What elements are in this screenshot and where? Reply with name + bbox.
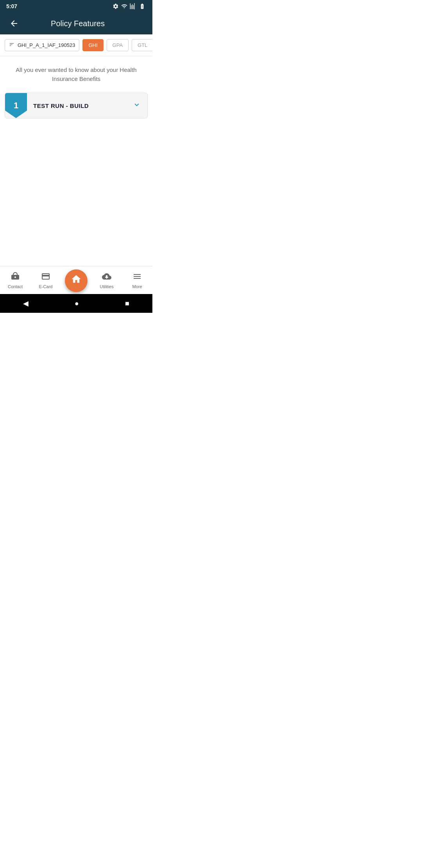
bottom-nav: Contact E-Card Utilities	[0, 266, 152, 294]
utilities-label: Utilities	[100, 284, 113, 289]
content-area: GHI_P_A_1_IAF_190523 GHI GPA GTL All you…	[0, 34, 152, 266]
android-nav-bar: ◀ ● ■	[0, 294, 152, 313]
filter-bar: GHI_P_A_1_IAF_190523 GHI GPA GTL	[0, 34, 152, 56]
android-home-button[interactable]: ●	[65, 296, 88, 311]
accordion-item-1[interactable]: 1 TEST RUN - BUILD	[5, 93, 148, 118]
filter-input-container[interactable]: GHI_P_A_1_IAF_190523	[5, 39, 79, 51]
status-bar: 5:07	[0, 0, 152, 13]
android-recent-button[interactable]: ■	[116, 296, 139, 311]
nav-item-more[interactable]: More	[122, 269, 152, 292]
more-icon	[132, 272, 142, 283]
page-title: Policy Features	[25, 19, 131, 28]
accordion-number-1: 1	[5, 93, 27, 118]
android-back-button[interactable]: ◀	[14, 296, 38, 311]
nav-item-utilities[interactable]: Utilities	[91, 269, 122, 292]
utilities-icon	[102, 272, 111, 283]
contact-label: Contact	[8, 284, 23, 289]
chevron-down-icon	[126, 100, 147, 111]
tab-ghi[interactable]: GHI	[82, 39, 103, 51]
nav-item-home[interactable]	[61, 277, 91, 283]
status-icons	[113, 3, 146, 9]
home-icon	[71, 274, 82, 287]
app-bar: Policy Features	[0, 13, 152, 34]
wifi-icon	[121, 3, 127, 9]
ecard-icon	[41, 272, 50, 283]
tab-gpa[interactable]: GPA	[107, 39, 129, 51]
filter-input-value: GHI_P_A_1_IAF_190523	[18, 42, 75, 48]
back-button[interactable]	[6, 16, 22, 31]
description-text: All you ever wanted to know about your H…	[0, 56, 152, 90]
accordion-title-1: TEST RUN - BUILD	[27, 102, 126, 109]
tab-gtl[interactable]: GTL	[132, 39, 152, 51]
signal-icon	[130, 3, 136, 9]
filter-lines-icon	[9, 42, 14, 48]
nav-item-ecard[interactable]: E-Card	[30, 269, 61, 292]
settings-icon	[113, 3, 119, 9]
contact-icon	[11, 272, 20, 283]
home-fab-button[interactable]	[65, 269, 88, 292]
nav-item-contact[interactable]: Contact	[0, 269, 30, 292]
ecard-label: E-Card	[39, 284, 53, 289]
accordion-header-1[interactable]: 1 TEST RUN - BUILD	[5, 93, 147, 118]
more-label: More	[132, 284, 142, 289]
status-time: 5:07	[6, 3, 17, 9]
battery-icon	[138, 3, 146, 9]
